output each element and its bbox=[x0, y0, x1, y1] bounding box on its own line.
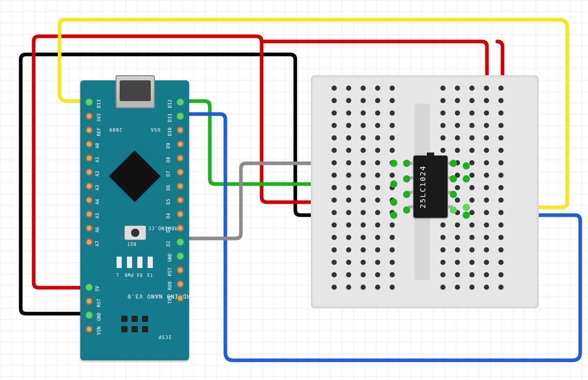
bb-hole bbox=[469, 86, 475, 91]
bb-hole bbox=[498, 235, 504, 240]
bb-hole bbox=[455, 123, 460, 128]
bb-hole bbox=[455, 135, 460, 140]
label-5v: 5V bbox=[95, 286, 100, 292]
bb-hole bbox=[440, 135, 446, 140]
label-d11: D11 bbox=[167, 114, 173, 122]
bb-hole bbox=[469, 185, 475, 190]
bb-hole bbox=[346, 173, 351, 178]
bb-hole bbox=[390, 86, 395, 91]
bb-hole bbox=[375, 247, 380, 252]
bb-hole bbox=[498, 86, 504, 91]
bb-hole bbox=[346, 148, 351, 153]
bb-hole bbox=[332, 160, 337, 165]
bb-hole bbox=[375, 222, 380, 228]
bb-hole bbox=[346, 260, 351, 265]
bb-hole bbox=[390, 285, 395, 290]
bb-hole bbox=[440, 260, 446, 265]
bb-hole bbox=[390, 110, 395, 116]
label-rx0: RX0 bbox=[167, 282, 173, 290]
bb-hole bbox=[361, 285, 366, 290]
pin-d8 bbox=[177, 154, 184, 162]
pin-d12 bbox=[177, 98, 184, 106]
bb-hole bbox=[455, 110, 460, 116]
bb-hole bbox=[498, 185, 504, 190]
ic-pin5 bbox=[448, 205, 453, 208]
bb-hole bbox=[332, 123, 337, 128]
bb-hole bbox=[498, 123, 504, 128]
label-a1: A1 bbox=[95, 157, 100, 163]
bb-hole bbox=[361, 222, 366, 228]
bb-hole bbox=[332, 247, 337, 252]
bb-hole bbox=[440, 98, 446, 103]
bb-hole bbox=[455, 86, 460, 91]
bb-hole bbox=[375, 98, 380, 103]
bb-hole bbox=[346, 272, 351, 277]
bb-hole bbox=[498, 98, 504, 103]
pin-d9 bbox=[177, 140, 184, 148]
bb-hole bbox=[455, 260, 460, 265]
bb-hole bbox=[375, 173, 380, 178]
bb-hole bbox=[361, 110, 366, 116]
bb-hole bbox=[484, 260, 489, 265]
bb-hole bbox=[440, 86, 446, 91]
pin-a3 bbox=[85, 182, 93, 190]
label-tx1: TX1 bbox=[167, 295, 173, 304]
bb-hole bbox=[498, 210, 504, 215]
label-vin: VIN bbox=[96, 327, 102, 335]
label-a7: A7 bbox=[95, 241, 100, 247]
bb-hole bbox=[390, 148, 395, 153]
bb-hole bbox=[498, 198, 504, 203]
bb-hole bbox=[498, 260, 504, 265]
bb-hole bbox=[361, 260, 366, 265]
icsp-label: ICSP bbox=[158, 334, 171, 340]
pin-d2 bbox=[177, 238, 184, 246]
bb-hole bbox=[361, 98, 366, 103]
bb-hole bbox=[390, 198, 395, 203]
bb-hole bbox=[484, 135, 489, 140]
bb-hole bbox=[484, 272, 489, 277]
label-d3: D3 bbox=[166, 227, 171, 233]
bb-hole bbox=[498, 173, 504, 178]
bb-hole bbox=[390, 160, 395, 165]
bb-hole bbox=[390, 185, 395, 190]
bb-hole bbox=[375, 123, 380, 128]
label-gnd-r: GND bbox=[167, 254, 173, 262]
pin-d7 bbox=[177, 168, 184, 176]
label-a6: A6 bbox=[95, 227, 100, 233]
bb-hole bbox=[332, 260, 337, 265]
bb-hole bbox=[484, 235, 489, 240]
bb-hole bbox=[361, 185, 366, 190]
bb-hole bbox=[390, 260, 395, 265]
eeprom-ic: 25LC1024 bbox=[413, 156, 448, 218]
bb-hole bbox=[469, 260, 475, 265]
bb-hole bbox=[484, 148, 489, 153]
atmega-chip bbox=[109, 151, 161, 202]
bb-hole bbox=[498, 247, 504, 252]
label-d9: D9 bbox=[166, 143, 171, 149]
bb-hole bbox=[469, 135, 475, 140]
led-pwr bbox=[127, 257, 132, 268]
bb-hole bbox=[361, 86, 366, 91]
bb-hole bbox=[498, 285, 504, 290]
bb-hole bbox=[390, 235, 395, 240]
ic-notch bbox=[427, 152, 434, 159]
bb-hole bbox=[484, 173, 489, 178]
label-d10: D10 bbox=[167, 128, 173, 136]
bb-hole bbox=[498, 160, 504, 165]
label-d13: D13 bbox=[96, 100, 102, 108]
bb-hole bbox=[375, 110, 380, 116]
bb-hole bbox=[498, 272, 504, 277]
pin-rx0 bbox=[177, 280, 184, 288]
bb-hole bbox=[390, 210, 395, 215]
reset-button[interactable] bbox=[124, 226, 146, 240]
bb-hole bbox=[469, 247, 475, 252]
label-d12: D12 bbox=[167, 100, 173, 108]
bb-hole bbox=[455, 285, 460, 290]
pin-5v bbox=[85, 284, 93, 291]
bb-hole bbox=[375, 185, 380, 190]
led-pwr-label: PWR bbox=[124, 272, 133, 277]
bb-hole bbox=[390, 135, 395, 140]
pin-d3 bbox=[177, 224, 184, 232]
bb-hole bbox=[469, 210, 475, 215]
bb-hole bbox=[469, 173, 475, 178]
